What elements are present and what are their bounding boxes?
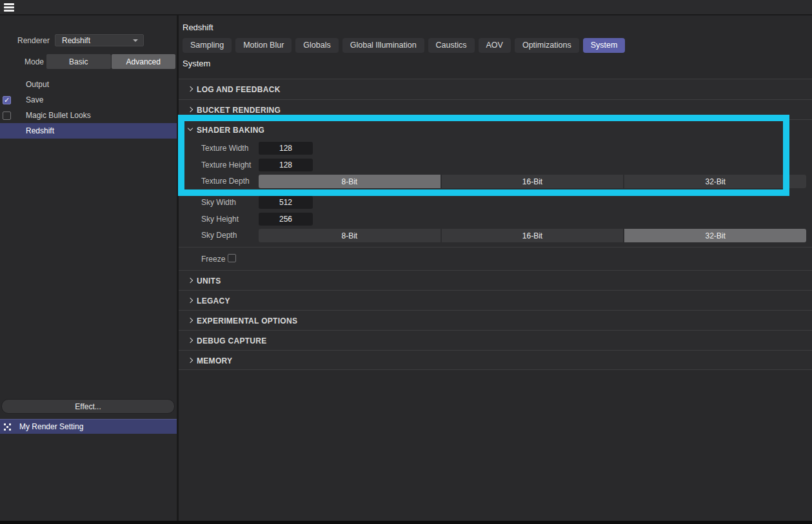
section-header-units[interactable]: UNITS (179, 271, 812, 290)
chevron-down-icon (188, 126, 193, 131)
magic-bullet-looks-checkbox[interactable] (3, 112, 11, 120)
chevron-right-icon (188, 298, 193, 303)
section-header-experimental-options[interactable]: EXPERIMENTAL OPTIONS (179, 311, 812, 330)
section-label: LEGACY (197, 296, 230, 306)
separator (179, 99, 812, 100)
separator (179, 310, 812, 311)
tab-sampling[interactable]: Sampling (183, 38, 232, 53)
texture-depth-32bit-option[interactable]: 32-Bit (624, 175, 806, 188)
sidebar-item-save[interactable]: Save (0, 92, 177, 108)
render-setting-name: My Render Setting (19, 422, 83, 431)
mode-advanced-button[interactable]: Advanced (112, 54, 176, 69)
separator (179, 290, 812, 291)
save-checkbox[interactable] (3, 96, 11, 104)
texture-depth-label: Texture Depth (201, 175, 250, 188)
sidebar-item-output[interactable]: Output (0, 77, 177, 92)
texture-depth-segmented-control: 8-Bit 16-Bit 32-Bit (259, 175, 806, 188)
mode-toggle-group: Basic Advanced (46, 54, 175, 69)
separator (179, 330, 812, 331)
section-label: MEMORY (197, 356, 232, 365)
bottom-edge (0, 521, 812, 524)
tab-caustics[interactable]: Caustics (428, 38, 475, 53)
sidebar-item-label: Redshift (26, 126, 54, 135)
texture-height-input[interactable] (259, 159, 313, 171)
section-label: DEBUG CAPTURE (197, 336, 267, 345)
page-title: Redshift (183, 23, 213, 32)
sidebar-item-redshift[interactable]: Redshift (0, 123, 177, 139)
chevron-right-icon (188, 358, 193, 363)
chevron-right-icon (188, 107, 193, 112)
renderer-dropdown-value: Redshift (62, 36, 90, 45)
section-header-bucket-rendering[interactable]: BUCKET RENDERING (179, 101, 812, 119)
separator (179, 350, 812, 351)
section-label: SHADER BAKING (197, 126, 264, 135)
effect-button[interactable]: Effect... (1, 399, 175, 414)
separator (179, 247, 812, 247)
tab-motion-blur[interactable]: Motion Blur (235, 38, 292, 53)
tab-system[interactable]: System (583, 38, 626, 53)
section-label: EXPERIMENTAL OPTIONS (197, 316, 297, 325)
texture-depth-16bit-option[interactable]: 16-Bit (442, 175, 624, 188)
title-bar (0, 0, 812, 14)
my-render-setting-item[interactable]: My Render Setting (0, 419, 177, 434)
sidebar-item-label: Output (26, 80, 49, 89)
sky-depth-label: Sky Depth (201, 229, 237, 242)
sky-depth-16bit-option[interactable]: 16-Bit (442, 229, 624, 242)
texture-depth-8bit-option[interactable]: 8-Bit (259, 175, 441, 188)
chevron-down-icon (133, 39, 138, 42)
tab-optimizations[interactable]: Optimizations (515, 38, 579, 53)
section-label: BUCKET RENDERING (197, 106, 281, 115)
sky-depth-segmented-control: 8-Bit 16-Bit 32-Bit (259, 229, 806, 242)
section-label: LOG AND FEEDBACK (197, 85, 281, 94)
sidebar-item-label: Magic Bullet Looks (26, 111, 91, 120)
hamburger-menu-icon[interactable] (4, 3, 14, 12)
system-settings-panel: LOG AND FEEDBACK BUCKET RENDERING SHADER… (179, 79, 812, 370)
section-header-log-and-feedback[interactable]: LOG AND FEEDBACK (179, 80, 812, 99)
chevron-right-icon (188, 278, 193, 283)
texture-height-label: Texture Height (201, 159, 251, 171)
tab-bar: Sampling Motion Blur Globals Global Illu… (183, 38, 625, 53)
freeze-label: Freeze (201, 253, 225, 266)
sidebar: Renderer Redshift Mode Basic Advanced Ou… (0, 15, 177, 521)
sky-height-label: Sky Height (201, 213, 239, 226)
sky-depth-8bit-option[interactable]: 8-Bit (259, 229, 441, 242)
sky-depth-32bit-option[interactable]: 32-Bit (624, 229, 806, 242)
section-header-debug-capture[interactable]: DEBUG CAPTURE (179, 331, 812, 350)
sidebar-item-magic-bullet-looks[interactable]: Magic Bullet Looks (0, 108, 177, 123)
mode-label: Mode (25, 57, 44, 66)
separator (179, 119, 812, 120)
texture-width-input[interactable] (259, 142, 313, 155)
renderer-label: Renderer (17, 36, 50, 45)
tab-aov[interactable]: AOV (479, 38, 511, 53)
section-header-legacy[interactable]: LEGACY (179, 291, 812, 310)
separator (179, 270, 812, 271)
texture-width-label: Texture Width (201, 142, 248, 155)
chevron-right-icon (188, 318, 193, 323)
chevron-right-icon (188, 338, 193, 343)
sky-height-input[interactable] (259, 213, 313, 226)
sidebar-item-label: Save (26, 95, 43, 104)
render-setting-icon (4, 423, 11, 431)
mode-basic-button[interactable]: Basic (46, 54, 111, 69)
sky-width-label: Sky Width (201, 196, 236, 209)
renderer-dropdown[interactable]: Redshift (55, 34, 144, 46)
freeze-checkbox[interactable] (228, 254, 236, 262)
render-settings-window: Renderer Redshift Mode Basic Advanced Ou… (0, 0, 812, 524)
section-title: System (183, 59, 210, 68)
section-label: UNITS (197, 277, 221, 286)
chevron-right-icon (188, 86, 193, 92)
sky-width-input[interactable] (259, 196, 313, 209)
section-header-memory[interactable]: MEMORY (179, 351, 812, 370)
tab-global-illumination[interactable]: Global Illumination (342, 38, 424, 53)
tab-globals[interactable]: Globals (295, 38, 338, 53)
section-header-shader-baking[interactable]: SHADER BAKING (179, 121, 812, 139)
